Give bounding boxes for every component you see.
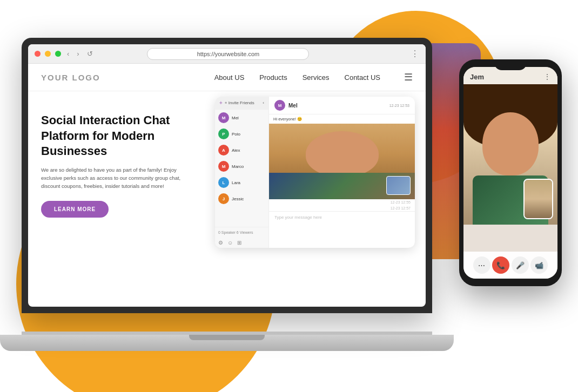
list-item[interactable]: P Polo	[215, 126, 268, 142]
chat-user-list: M Mel P Polo A Alex	[215, 110, 268, 227]
laptop-screen: ‹ › ↺ https://yourwebsite.com ⋮ YOUR LOG…	[28, 44, 426, 307]
hero-text-block: Social Interaction Chat Platform for Mod…	[41, 102, 192, 295]
chat-viewer-count: 0 Speaker 6 Viewers	[215, 227, 268, 238]
chat-input-placeholder[interactable]: Type your message here	[274, 215, 409, 220]
site-navbar: YOUR LOGO About US Products Services Con…	[28, 64, 426, 91]
browser-dot-close[interactable]	[35, 51, 41, 57]
list-item[interactable]: M Marco	[215, 158, 268, 174]
plus-icon: +	[219, 100, 223, 106]
chat-sidebar: + + Invite Friends ‹ M Mel P	[215, 97, 269, 248]
site-hero: Social Interaction Chat Platform for Mod…	[28, 91, 426, 306]
phone-small-video	[523, 179, 553, 219]
laptop-base	[0, 335, 454, 351]
laptop-body: ‹ › ↺ https://yourwebsite.com ⋮ YOUR LOG…	[22, 38, 432, 313]
list-item[interactable]: M Mel	[215, 110, 268, 126]
site-logo: YOUR LOGO	[41, 73, 214, 82]
avatar: P	[218, 129, 229, 139]
chat-message-text: Hi everyone! 😊	[273, 117, 302, 121]
small-video-face	[525, 180, 552, 218]
phone-call-controls: ⋯ 📞 🎤 📹	[463, 252, 557, 279]
browser-forward-button[interactable]: ›	[75, 50, 80, 58]
nav-products[interactable]: Products	[259, 73, 287, 82]
avatar: A	[218, 145, 229, 156]
learn-more-button[interactable]: LEARN MORE	[41, 201, 109, 218]
chat-widget: + + Invite Friends ‹ M Mel P	[215, 97, 415, 248]
browser-dot-maximize[interactable]	[55, 51, 61, 57]
collapse-icon: ‹	[263, 100, 264, 105]
user-name: Lara	[232, 180, 240, 185]
laptop-device: ‹ › ↺ https://yourwebsite.com ⋮ YOUR LOG…	[22, 38, 443, 351]
browser-back-button[interactable]: ‹	[65, 50, 71, 58]
phone-end-call-button[interactable]: 📞	[492, 256, 509, 274]
list-item[interactable]: J Jessic	[215, 191, 268, 207]
chat-timestamp-2: 12-23 12:55	[269, 199, 415, 205]
chat-input-area: Type your message here	[269, 211, 415, 223]
browser-dot-minimize[interactable]	[45, 51, 51, 57]
chat-invite-bar[interactable]: + + Invite Friends ‹	[215, 97, 268, 110]
chat-video-area	[269, 124, 415, 199]
phone-screen: Jem ⋮ ⋯ 📞 🎤 📹	[463, 67, 557, 279]
hero-description: We are so delighted to have you as part …	[41, 166, 192, 191]
user-name: Mel	[232, 116, 239, 120]
phone-person-face	[482, 112, 539, 175]
browser-url-bar[interactable]: https://yourwebsite.com	[147, 48, 309, 60]
invite-label: + Invite Friends	[225, 100, 254, 105]
avatar: J	[218, 193, 229, 204]
hero-title: Social Interaction Chat Platform for Mod…	[41, 113, 192, 159]
chat-main: M Mel 12-23 12:53 Hi everyone! 😊	[269, 97, 415, 248]
avatar: M	[218, 112, 229, 123]
chat-header-time: 12-23 12:53	[389, 104, 409, 107]
nav-services[interactable]: Services	[303, 73, 330, 82]
expand-icon[interactable]: ⊞	[237, 240, 241, 246]
chat-sidebar-icons: ⚙ ☺ ⊞	[215, 238, 268, 248]
settings-icon[interactable]: ⚙	[218, 240, 223, 246]
user-name: Marco	[232, 164, 244, 169]
list-item[interactable]: A Alex	[215, 142, 268, 158]
user-name: Alex	[232, 148, 240, 153]
hamburger-menu-button[interactable]: ☰	[404, 71, 413, 83]
phone-device: Jem ⋮ ⋯ 📞 🎤 📹	[459, 59, 567, 292]
phone-contact-name: Jem	[470, 73, 484, 81]
phone-mute-button[interactable]: 🎤	[512, 256, 529, 274]
chat-video-thumbnail	[386, 176, 411, 195]
phone-notch	[494, 59, 527, 70]
user-name: Polo	[232, 132, 240, 137]
chat-header: M Mel 12-23 12:53	[269, 97, 415, 114]
website-content: YOUR LOGO About US Products Services Con…	[28, 64, 426, 307]
chat-timestamp-3: 12-23 12:57	[269, 205, 415, 211]
browser-menu-button[interactable]: ⋮	[411, 49, 419, 59]
chat-header-name: Mel	[288, 103, 298, 109]
url-text: https://yourwebsite.com	[197, 51, 260, 57]
nav-about[interactable]: About US	[214, 73, 245, 82]
avatar: L	[218, 177, 229, 188]
user-name: Jessic	[232, 197, 244, 201]
browser-chrome: ‹ › ↺ https://yourwebsite.com ⋮	[28, 44, 426, 64]
smile-icon[interactable]: ☺	[227, 240, 233, 246]
site-nav-links: About US Products Services Contact US ☰	[214, 71, 413, 83]
phone-video-button[interactable]: 📹	[530, 256, 548, 274]
chat-header-avatar: M	[274, 100, 285, 111]
avatar: M	[218, 161, 229, 172]
phone-menu-icon[interactable]: ⋮	[543, 72, 551, 81]
nav-contact[interactable]: Contact US	[345, 73, 380, 82]
phone-video-area	[463, 84, 557, 225]
browser-refresh-button[interactable]: ↺	[85, 50, 95, 58]
phone-body: Jem ⋮ ⋯ 📞 🎤 📹	[459, 59, 562, 286]
phone-more-button[interactable]: ⋯	[473, 256, 490, 274]
list-item[interactable]: L Lara	[215, 174, 268, 191]
